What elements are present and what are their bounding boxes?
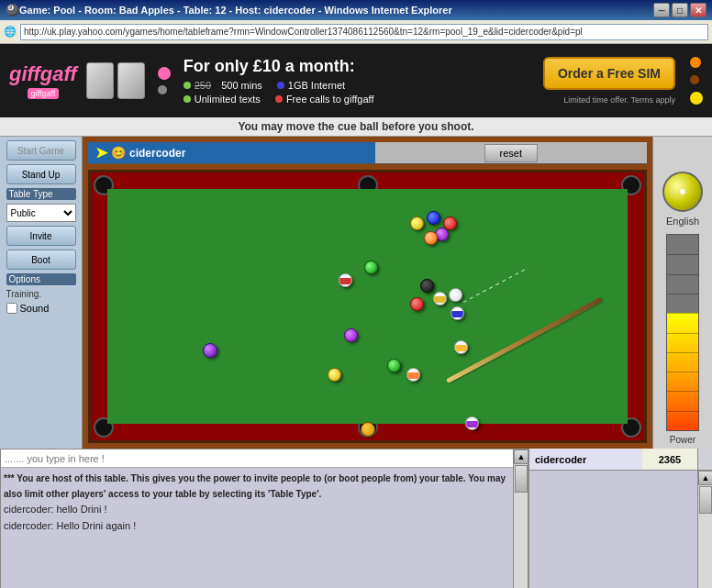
- ad-feature-internet: 1GB Internet: [277, 80, 345, 91]
- ad-feature-calls: Free calls to giffgaff: [275, 94, 374, 105]
- address-icon: 🌐: [4, 26, 17, 38]
- deco-dot-4: [690, 75, 699, 84]
- cue-stick: [446, 297, 602, 383]
- ad-features: 250 500 mins 1GB Internet Unlimited text…: [184, 80, 534, 105]
- ball-green-2: [387, 359, 401, 372]
- sidebar: Start Game Stand Up Table Type Public Pr…: [0, 137, 83, 449]
- title-bar: 🎱 Game: Pool - Room: Bad Apples - Table:…: [0, 0, 712, 20]
- score-extra-inner: ▲ ▼: [529, 471, 712, 588]
- active-arrow: ➤: [95, 144, 107, 161]
- reset-button[interactable]: reset: [484, 144, 538, 162]
- score-scroll-up[interactable]: ▲: [698, 471, 712, 485]
- power-label: Power: [670, 435, 695, 445]
- ad-logo-sub: giffgaff: [28, 88, 60, 99]
- chat-msg-2: cidercoder: hello Drini !: [4, 502, 510, 517]
- table-type-select[interactable]: Public Private Friends: [6, 204, 76, 222]
- ball-blue-1: [427, 211, 440, 225]
- ball-purple-2: [465, 416, 479, 430]
- scroll-track[interactable]: [514, 464, 528, 588]
- maximize-button[interactable]: □: [672, 3, 688, 17]
- chat-inner: *** You are host of this table. This giv…: [1, 449, 513, 588]
- score-scroll-track[interactable]: [698, 485, 712, 588]
- player-name-text: cidercoder: [129, 147, 185, 160]
- chat-msg-2-text: cidercoder: hello Drini !: [4, 504, 107, 515]
- ad-calls: Free calls to giffgaff: [286, 94, 374, 105]
- ad-mins: 500 mins: [221, 80, 262, 91]
- rail-right: [628, 172, 644, 440]
- scroll-thumb[interactable]: [515, 465, 528, 493]
- ad-sim-1: [86, 62, 114, 99]
- sound-checkbox[interactable]: [6, 303, 17, 314]
- deco-dot-3: [690, 57, 701, 68]
- score-scroll: [697, 449, 712, 470]
- score-spacer: [529, 471, 697, 588]
- ad-dot-green: [184, 82, 191, 89]
- power-line-6: [667, 352, 698, 353]
- ad-dot-green2: [184, 95, 191, 103]
- player-char-icon: 😊: [111, 146, 126, 160]
- ad-feature-texts: Unlimited texts: [184, 94, 261, 105]
- power-line-9: [667, 411, 698, 412]
- ad-feature-row-1: 250 500 mins 1GB Internet: [184, 80, 534, 91]
- power-lines: [667, 235, 698, 430]
- ball-yellow-2: [328, 368, 341, 382]
- power-line-1: [667, 254, 698, 255]
- start-game-button[interactable]: Start Game: [6, 140, 76, 161]
- score-row: cidercoder 2365: [529, 449, 712, 471]
- address-bar: 🌐: [0, 20, 712, 44]
- chat-input[interactable]: [1, 449, 513, 468]
- stand-up-button[interactable]: Stand Up: [6, 164, 76, 184]
- sound-row: Sound: [6, 303, 76, 314]
- pool-table-area[interactable]: ➤ 😊 cidercoder reset: [83, 137, 652, 449]
- player-inactive: reset: [375, 142, 648, 163]
- deco-dot-1: [158, 67, 171, 80]
- ad-strike: 250: [195, 80, 211, 91]
- spin-control[interactable]: [662, 172, 703, 212]
- name-bar: ➤ 😊 cidercoder reset: [88, 142, 647, 164]
- language-label: English: [666, 216, 699, 227]
- power-line-3: [667, 294, 698, 294]
- player-active-name: ➤ 😊 cidercoder: [88, 142, 375, 163]
- ball-orange-stripe: [406, 368, 420, 382]
- ad-texts: Unlimited texts: [195, 94, 261, 105]
- scroll-up-btn[interactable]: ▲: [514, 449, 528, 464]
- power-line-5: [667, 333, 698, 334]
- ball-red-2: [410, 297, 424, 311]
- ad-dot-red: [275, 95, 283, 103]
- aim-line: [463, 268, 528, 303]
- training-text: Training.: [6, 289, 76, 299]
- ball-cue-white: [449, 288, 462, 302]
- close-button[interactable]: ✕: [690, 3, 706, 17]
- power-line-7: [667, 372, 698, 372]
- chat-msg-1-text: *** You are host of this table. This giv…: [4, 473, 506, 499]
- chat-container: *** You are host of this table. This giv…: [0, 449, 528, 588]
- table-type-label: Table Type: [6, 188, 76, 200]
- minimize-button[interactable]: ─: [653, 3, 670, 17]
- chat-scrollbar[interactable]: ▲ ▼: [513, 449, 528, 588]
- ball-green-1: [364, 261, 378, 274]
- boot-button[interactable]: Boot: [6, 250, 76, 270]
- sound-label: Sound: [20, 303, 50, 314]
- ad-cta-button[interactable]: Order a Free SIM: [543, 57, 675, 90]
- address-input[interactable]: [20, 24, 708, 40]
- ball-pocket-indicator: [361, 422, 375, 437]
- invite-button[interactable]: Invite: [6, 226, 76, 246]
- ball-yellow-1: [410, 216, 424, 230]
- title-bar-text: Game: Pool - Room: Bad Apples - Table: 1…: [19, 5, 452, 16]
- ad-internet: 1GB Internet: [288, 80, 345, 91]
- rail-left: [91, 172, 107, 440]
- score-player-name: cidercoder: [529, 449, 642, 470]
- ad-banner: giffgaff giffgaff For only £10 a month: …: [0, 44, 712, 117]
- spin-dot: [680, 189, 685, 194]
- score-scroll-thumb[interactable]: [699, 486, 712, 514]
- ball-red-stripe: [339, 273, 352, 287]
- chat-msg-3-text: cidercoder: Hello Drini again !: [4, 520, 136, 531]
- score-right-scroll[interactable]: ▲ ▼: [697, 471, 712, 588]
- pool-felt[interactable]: [107, 189, 628, 424]
- power-line-8: [667, 391, 698, 392]
- ball-yellow-stripe: [433, 292, 447, 305]
- chat-panel: *** You are host of this table. This giv…: [0, 449, 528, 588]
- power-slider[interactable]: [666, 234, 699, 431]
- score-extra: ▲ ▼: [529, 471, 712, 588]
- chat-msg-1: *** You are host of this table. This giv…: [4, 471, 510, 501]
